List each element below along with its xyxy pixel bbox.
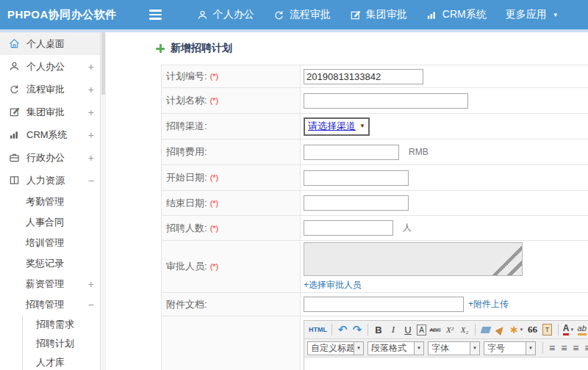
expand-icon[interactable]: + <box>88 152 94 164</box>
page-title: 新增招聘计划 <box>156 42 232 55</box>
form-row-attachment: 附件文档: +附件上传 <box>162 293 588 316</box>
redo-icon[interactable]: ↷ <box>351 322 363 337</box>
subscript-button[interactable]: X₂ <box>459 322 470 337</box>
chart-icon <box>9 129 20 140</box>
sidebar-recruit-submenu: 招聘需求 招聘计划 人才库 <box>22 315 105 370</box>
bold-button[interactable]: B <box>373 322 384 337</box>
field-label: 招聘费用: <box>166 145 207 159</box>
attachment-upload-link[interactable]: +附件上传 <box>468 298 509 311</box>
sidebar: 个人桌面 个人办公 + 流程审批 + 集团审批 + CRM系统 + 行政办公 +… <box>0 32 105 370</box>
caret-down-icon: ▼ <box>414 342 423 355</box>
caret-down-icon: ▼ <box>354 342 363 355</box>
form-row-plan-number: 计划编号:(*) <box>162 65 588 88</box>
top-menu-label: 个人办公 <box>213 8 254 21</box>
top-menu-label: 流程审批 <box>290 8 331 21</box>
headcount-input[interactable] <box>304 220 393 236</box>
sidebar-item-crm[interactable]: CRM系统 + <box>0 123 105 146</box>
start-date-input[interactable] <box>304 170 409 186</box>
home-icon <box>9 38 20 49</box>
highlight-color-button[interactable]: ab▼ <box>578 322 588 337</box>
approvers-textarea[interactable] <box>304 242 523 276</box>
editor-content-area[interactable] <box>304 358 588 370</box>
form-row-end-date: 结束日期:(*) <box>162 191 588 216</box>
sidebar-item-group-approval[interactable]: 集团审批 + <box>0 101 105 123</box>
required-marker: (*) <box>210 199 219 208</box>
align-justify-icon[interactable]: ≡ <box>585 342 588 354</box>
align-center-icon[interactable]: ≡ <box>561 342 567 354</box>
app-logo[interactable]: PHPOA协同办公软件 <box>7 8 117 22</box>
caret-down-icon: ▼ <box>359 123 365 129</box>
font-color-button[interactable]: A▼ <box>563 322 575 337</box>
edit-icon <box>9 106 20 117</box>
required-marker: (*) <box>210 96 219 105</box>
strikethrough-button[interactable]: ABC <box>429 322 441 337</box>
autotypeset-icon[interactable]: ∗▼ <box>509 322 524 337</box>
align-left-icon[interactable]: ≡ <box>549 342 555 354</box>
sidebar-item-personal-desktop[interactable]: 个人桌面 <box>0 32 105 55</box>
expand-icon[interactable]: + <box>88 129 94 141</box>
field-label: 招聘人数: <box>166 222 207 235</box>
sidebar-item-admin-office[interactable]: 行政办公 + <box>0 146 105 169</box>
top-menu-group-approval[interactable]: 集团审批 <box>350 8 407 21</box>
user-icon <box>197 10 208 21</box>
superscript-button[interactable]: X² <box>444 322 456 337</box>
plan-name-input[interactable] <box>304 93 468 109</box>
form-row-start-date: 开始日期:(*) <box>162 165 588 191</box>
field-label: 计划名称: <box>166 94 207 107</box>
expand-icon[interactable]: + <box>88 106 94 118</box>
format-brush-icon[interactable] <box>495 322 506 337</box>
expand-icon[interactable]: + <box>88 61 94 73</box>
select-approvers-link[interactable]: +选择审批人员 <box>304 279 362 291</box>
sidebar-item-recruit-demand[interactable]: 招聘需求 <box>23 315 105 334</box>
editor-toolbar-row1: HTML ↶ ↷ B I U A ABC X² X₂ <box>304 321 588 339</box>
undo-icon[interactable]: ↶ <box>337 322 348 337</box>
scrollbar-thumb[interactable] <box>101 32 105 95</box>
top-menu-personal-office[interactable]: 个人办公 <box>197 8 254 21</box>
form-row-editor: HTML ↶ ↷ B I U A ABC X² X₂ <box>162 316 588 370</box>
form-row-channel: 招聘渠道: 请选择渠道 ▼ <box>162 114 588 139</box>
expand-icon[interactable]: + <box>88 278 94 290</box>
cost-input[interactable] <box>304 145 399 160</box>
field-label: 结束日期: <box>166 197 207 210</box>
top-menu-workflow-approval[interactable]: 流程审批 <box>273 8 331 21</box>
sidebar-item-training[interactable]: 培训管理 <box>0 233 105 253</box>
end-date-input[interactable] <box>304 195 409 211</box>
font-family-dropdown[interactable]: 字体▼ <box>428 341 480 355</box>
sidebar-item-hr[interactable]: 人力资源 − <box>0 169 105 192</box>
sidebar-item-recruit-plan[interactable]: 招聘计划 <box>23 334 105 353</box>
paste-text-icon[interactable]: T <box>542 322 553 337</box>
underline-button[interactable]: U <box>402 322 414 337</box>
font-border-button[interactable]: A <box>417 324 426 335</box>
sidebar-item-salary[interactable]: 薪资管理 + <box>0 274 105 294</box>
collapse-icon[interactable]: − <box>88 299 94 311</box>
channel-select[interactable]: 请选择渠道 ▼ <box>304 117 370 136</box>
top-menu-crm[interactable]: CRM系统 <box>426 8 487 21</box>
sidebar-item-recruit-mgmt[interactable]: 招聘管理 − <box>0 294 105 315</box>
collapse-icon[interactable]: − <box>88 175 94 186</box>
main-panel: 新增招聘计划 计划编号:(*) 计划名称:(*) 招聘渠道: 请选择渠道 ▼ 招… <box>106 32 588 370</box>
sidebar-item-workflow-approval[interactable]: 流程审批 + <box>0 78 105 101</box>
sidebar-item-talent-pool[interactable]: 人才库 <box>23 353 105 370</box>
italic-button[interactable]: I <box>387 322 399 337</box>
align-right-icon[interactable]: ≡ <box>573 342 578 354</box>
sidebar-item-attendance[interactable]: 考勤管理 <box>0 192 105 212</box>
attachment-input[interactable] <box>304 297 464 312</box>
plan-number-input[interactable] <box>304 69 423 84</box>
menu-toggle-icon[interactable] <box>149 10 162 20</box>
top-menu-label: CRM系统 <box>442 8 487 21</box>
eraser-icon[interactable] <box>480 322 492 337</box>
sidebar-item-rewards[interactable]: 奖惩记录 <box>0 253 105 274</box>
html-source-button[interactable]: HTML <box>309 322 327 337</box>
required-marker: (*) <box>210 72 219 81</box>
rich-text-editor: HTML ↶ ↷ B I U A ABC X² X₂ <box>304 320 588 370</box>
caret-down-icon: ▼ <box>570 327 574 332</box>
paragraph-format-dropdown[interactable]: 段落格式▼ <box>368 341 424 355</box>
sidebar-scrollbar[interactable] <box>100 32 105 370</box>
sidebar-item-personal-office[interactable]: 个人办公 + <box>0 55 105 78</box>
custom-title-dropdown[interactable]: 自定义标题▼ <box>307 341 364 355</box>
expand-icon[interactable]: + <box>88 84 94 95</box>
blockquote-button[interactable]: 66 <box>527 322 539 337</box>
font-size-dropdown[interactable]: 字号▼ <box>484 341 536 355</box>
top-menu-more-apps[interactable]: 更多应用 ▼ <box>506 8 559 21</box>
sidebar-item-hr-contract[interactable]: 人事合同 <box>0 212 105 233</box>
